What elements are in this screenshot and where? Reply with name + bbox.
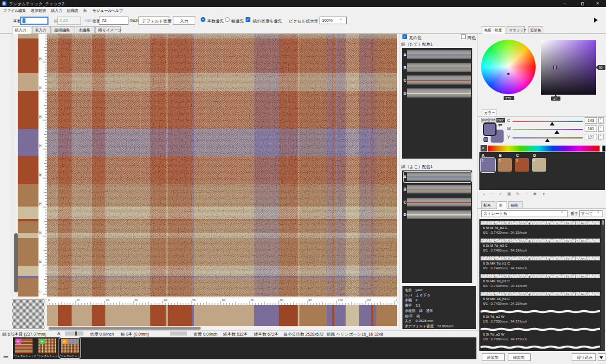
svg-text:70: 70 — [250, 298, 254, 302]
svg-text:30: 30 — [38, 202, 42, 205]
svg-text:80: 80 — [38, 57, 42, 60]
svg-text:70: 70 — [38, 86, 42, 89]
svg-text:40: 40 — [164, 298, 167, 302]
svg-text:30: 30 — [134, 298, 138, 302]
svg-text:60: 60 — [222, 298, 225, 302]
svg-text:80: 80 — [280, 298, 283, 302]
svg-text:50: 50 — [38, 144, 42, 147]
svg-text:40: 40 — [38, 173, 42, 176]
svg-text:0: 0 — [38, 291, 42, 292]
svg-text:0: 0 — [48, 298, 50, 302]
svg-text:90: 90 — [308, 298, 312, 302]
svg-text:10: 10 — [38, 260, 42, 263]
svg-text:50: 50 — [192, 298, 196, 302]
svg-text:100: 100 — [338, 298, 343, 302]
svg-text:20: 20 — [38, 231, 42, 234]
svg-text:20: 20 — [106, 298, 109, 302]
svg-text:10: 10 — [76, 298, 80, 302]
svg-text:60: 60 — [38, 115, 42, 118]
svg-text:110: 110 — [366, 298, 371, 302]
svg-text:120: 120 — [396, 298, 397, 302]
